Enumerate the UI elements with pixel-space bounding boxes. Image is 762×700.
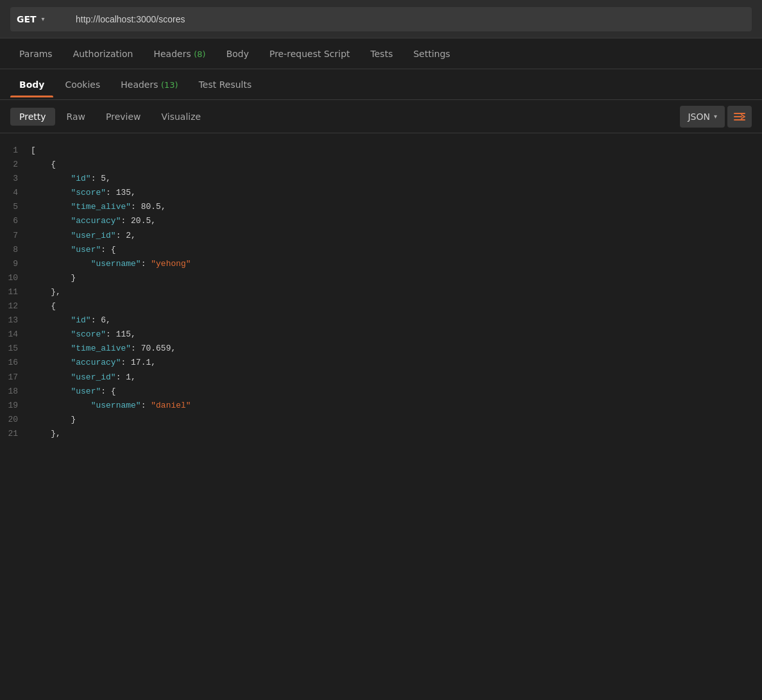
wrap-icon	[734, 112, 745, 122]
line-content: "time_alive": 70.659,	[31, 342, 757, 356]
line-number: 16	[5, 356, 31, 370]
line-number: 17	[5, 371, 31, 385]
code-line: 20 }	[0, 413, 762, 427]
line-number: 14	[5, 328, 31, 342]
tab-test-results[interactable]: Test Results	[190, 72, 261, 97]
line-number: 1	[5, 144, 31, 158]
code-line: 2 {	[0, 158, 762, 172]
line-content: "user": {	[31, 243, 757, 257]
format-tab-preview[interactable]: Preview	[97, 108, 150, 126]
line-number: 3	[5, 172, 31, 186]
line-number: 5	[5, 200, 31, 214]
code-line: 17 "user_id": 1,	[0, 371, 762, 385]
code-line: 13 "id": 6,	[0, 313, 762, 328]
tab-response-body[interactable]: Body	[10, 72, 53, 97]
line-content: [	[31, 144, 757, 158]
method-label: GET	[17, 14, 37, 24]
url-input[interactable]	[68, 7, 752, 31]
code-line: 14 "score": 115,	[0, 328, 762, 342]
code-line: 6 "accuracy": 20.5,	[0, 214, 762, 228]
line-number: 15	[5, 342, 31, 356]
code-line: 12 {	[0, 299, 762, 313]
line-number: 11	[5, 285, 31, 299]
line-content: }	[31, 271, 757, 285]
chevron-down-icon: ▾	[42, 15, 45, 22]
wrap-toggle-button[interactable]	[727, 106, 752, 128]
line-number: 4	[5, 186, 31, 200]
code-line: 5 "time_alive": 80.5,	[0, 200, 762, 214]
line-content: "username": "yehong"	[31, 257, 757, 271]
line-number: 21	[5, 427, 31, 441]
tab-response-headers[interactable]: Headers (13)	[112, 72, 187, 97]
tab-response-cookies[interactable]: Cookies	[56, 72, 109, 97]
code-line: 7 "user_id": 2,	[0, 229, 762, 243]
tab-tests[interactable]: Tests	[362, 41, 402, 67]
line-content: "id": 5,	[31, 172, 757, 186]
line-number: 20	[5, 413, 31, 427]
line-number: 19	[5, 399, 31, 413]
line-number: 8	[5, 243, 31, 257]
chevron-down-icon: ▾	[714, 113, 717, 120]
url-bar: GET ▾	[0, 0, 762, 38]
line-number: 13	[5, 313, 31, 328]
line-content: "accuracy": 20.5,	[31, 214, 757, 228]
line-content: },	[31, 285, 757, 299]
response-tabs: Body Cookies Headers (13) Test Results	[0, 69, 762, 100]
code-line: 4 "score": 135,	[0, 186, 762, 200]
line-number: 12	[5, 299, 31, 313]
code-line: 21 },	[0, 427, 762, 441]
line-number: 18	[5, 385, 31, 399]
line-content: "id": 6,	[31, 313, 757, 328]
code-viewer: 1[2 {3 "id": 5,4 "score": 135,5 "time_al…	[0, 133, 762, 451]
method-select[interactable]: GET ▾	[10, 7, 68, 31]
request-tabs: Params Authorization Headers (8) Body Pr…	[0, 38, 762, 69]
body-toolbar: Pretty Raw Preview Visualize JSON ▾	[0, 100, 762, 133]
format-tab-raw[interactable]: Raw	[58, 108, 94, 126]
code-line: 19 "username": "daniel"	[0, 399, 762, 413]
line-content: "score": 135,	[31, 186, 757, 200]
tab-params[interactable]: Params	[10, 41, 62, 67]
line-content: }	[31, 413, 757, 427]
tab-prerequest[interactable]: Pre-request Script	[260, 41, 359, 67]
tab-authorization[interactable]: Authorization	[64, 41, 142, 67]
line-content: "time_alive": 80.5,	[31, 200, 757, 214]
line-content: "user_id": 2,	[31, 229, 757, 243]
code-line: 3 "id": 5,	[0, 172, 762, 186]
line-content: {	[31, 299, 757, 313]
line-number: 6	[5, 214, 31, 228]
line-number: 7	[5, 229, 31, 243]
response-headers-badge: (13)	[161, 80, 178, 90]
code-line: 15 "time_alive": 70.659,	[0, 342, 762, 356]
line-content: "score": 115,	[31, 328, 757, 342]
json-format-select[interactable]: JSON ▾	[680, 106, 725, 128]
code-line: 1[	[0, 144, 762, 158]
format-tab-visualize[interactable]: Visualize	[152, 108, 210, 126]
line-number: 2	[5, 158, 31, 172]
code-line: 8 "user": {	[0, 243, 762, 257]
line-content: "accuracy": 17.1,	[31, 356, 757, 370]
line-number: 10	[5, 271, 31, 285]
line-content: },	[31, 427, 757, 441]
tab-headers[interactable]: Headers (8)	[144, 41, 214, 67]
json-format-label: JSON	[688, 112, 710, 122]
tab-body[interactable]: Body	[217, 41, 258, 67]
tab-settings[interactable]: Settings	[404, 41, 459, 67]
code-line: 9 "username": "yehong"	[0, 257, 762, 271]
code-line: 11 },	[0, 285, 762, 299]
line-content: "user_id": 1,	[31, 371, 757, 385]
headers-badge: (8)	[194, 49, 205, 59]
line-content: {	[31, 158, 757, 172]
line-number: 9	[5, 257, 31, 271]
line-content: "user": {	[31, 385, 757, 399]
line-content: "username": "daniel"	[31, 399, 757, 413]
code-line: 18 "user": {	[0, 385, 762, 399]
code-line: 16 "accuracy": 17.1,	[0, 356, 762, 370]
code-line: 10 }	[0, 271, 762, 285]
format-tab-pretty[interactable]: Pretty	[10, 108, 55, 126]
